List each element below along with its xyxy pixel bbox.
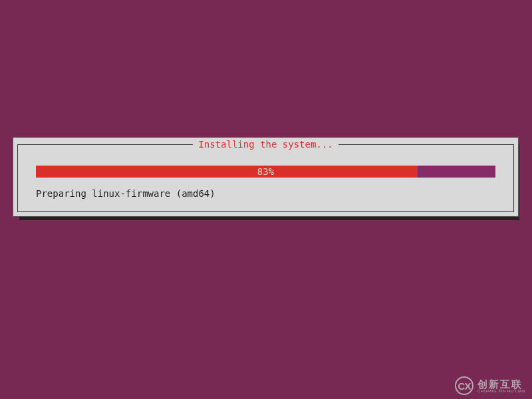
dialog-border	[17, 144, 514, 212]
watermark-logo-icon: CX	[455, 376, 473, 395]
watermark: CX 创新互联 CHUANG XIN HU LIAN	[455, 376, 525, 395]
status-text: Preparing linux-firmware (amd64)	[36, 188, 215, 199]
install-dialog: Installing the system... 83% Preparing l…	[13, 137, 519, 217]
dialog-title-wrap: Installing the system...	[13, 140, 518, 149]
watermark-sub: CHUANG XIN HU LIAN	[477, 389, 525, 393]
watermark-main: 创新互联	[477, 379, 525, 389]
watermark-text: 创新互联 CHUANG XIN HU LIAN	[477, 379, 525, 393]
progress-percent-label: 83%	[36, 166, 495, 178]
dialog-title: Installing the system...	[193, 140, 338, 149]
progress-bar: 83%	[36, 166, 495, 178]
